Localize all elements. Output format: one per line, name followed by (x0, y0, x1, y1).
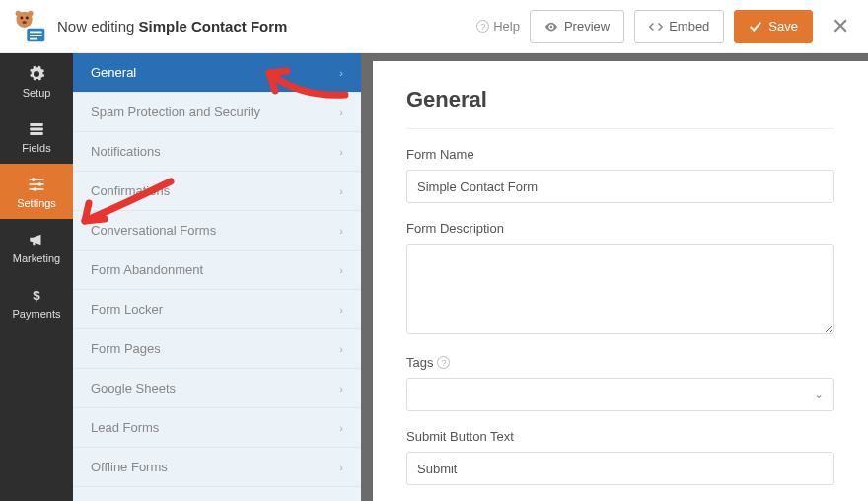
svg-point-10 (550, 25, 553, 28)
chevron-right-icon: › (339, 343, 343, 355)
svg-point-5 (28, 10, 33, 15)
form-description-input[interactable] (406, 244, 834, 334)
sub-notifications[interactable]: Notifications› (73, 132, 361, 172)
sub-lead-forms[interactable]: Lead Forms› (73, 408, 361, 448)
rail-payments[interactable]: $ Payments (0, 274, 73, 329)
left-rail: Setup Fields Settings Marketing $ Paymen… (0, 53, 73, 501)
svg-point-14 (32, 178, 36, 181)
rail-setup[interactable]: Setup (0, 53, 73, 108)
chevron-right-icon: › (339, 383, 343, 394)
check-icon (749, 20, 762, 34)
help-link[interactable]: ? Help (476, 19, 520, 34)
chevron-right-icon: › (339, 67, 343, 79)
chevron-right-icon: › (339, 462, 343, 473)
sub-offline[interactable]: Offline Forms› (73, 448, 361, 487)
sliders-icon (27, 175, 46, 194)
rail-marketing[interactable]: Marketing (0, 219, 73, 274)
help-icon[interactable]: ? (437, 356, 450, 369)
save-button[interactable]: Save (734, 10, 813, 43)
tags-label: Tags ? (406, 355, 834, 370)
submit-text-input[interactable] (406, 452, 834, 485)
embed-button[interactable]: Embed (634, 10, 724, 43)
svg-point-4 (16, 10, 21, 15)
chevron-right-icon: › (339, 225, 343, 237)
form-name-input[interactable] (406, 170, 834, 203)
rail-label: Marketing (13, 252, 60, 264)
chevron-down-icon: ⌄ (814, 388, 824, 401)
svg-rect-9 (30, 37, 37, 39)
svg-rect-12 (30, 127, 43, 130)
rail-label: Setup (23, 87, 51, 99)
svg-rect-11 (30, 123, 43, 126)
code-icon (649, 20, 663, 34)
sub-pages[interactable]: Form Pages› (73, 329, 361, 369)
rail-settings[interactable]: Settings (0, 164, 73, 219)
svg-rect-8 (30, 35, 42, 36)
svg-point-2 (26, 16, 29, 19)
tags-select[interactable]: ⌄ (406, 378, 834, 411)
sub-abandonment[interactable]: Form Abandonment› (73, 250, 361, 290)
eye-icon (544, 20, 558, 34)
svg-point-15 (38, 182, 42, 186)
rail-fields[interactable]: Fields (0, 108, 73, 164)
sub-locker[interactable]: Form Locker› (73, 290, 361, 329)
gear-icon (27, 64, 46, 84)
help-icon: ? (476, 20, 489, 33)
submit-text-label: Submit Button Text (406, 429, 834, 444)
chevron-right-icon: › (339, 304, 343, 316)
svg-rect-13 (30, 132, 43, 135)
page-title: Now editing Simple Contact Form (57, 18, 467, 35)
content-frame: General Form Name Form Description Tags … (365, 53, 868, 501)
rail-label: Payments (13, 308, 61, 320)
svg-point-16 (34, 187, 37, 191)
settings-subpanel: General› Spam Protection and Security› N… (73, 53, 365, 501)
dollar-icon: $ (27, 285, 46, 305)
close-icon[interactable]: ✕ (829, 14, 852, 39)
bullhorn-icon (27, 230, 46, 250)
svg-text:$: $ (33, 287, 40, 302)
list-icon (27, 119, 46, 139)
sub-general[interactable]: General› (73, 53, 361, 93)
svg-point-1 (20, 16, 23, 19)
preview-button[interactable]: Preview (530, 10, 624, 43)
sub-google-sheets[interactable]: Google Sheets› (73, 369, 361, 408)
form-name-label: Form Name (406, 147, 834, 162)
chevron-right-icon: › (339, 422, 343, 434)
settings-content: General Form Name Form Description Tags … (373, 61, 868, 501)
form-description-label: Form Description (406, 221, 834, 236)
chevron-right-icon: › (339, 107, 343, 118)
svg-rect-7 (30, 31, 42, 33)
chevron-right-icon: › (339, 264, 343, 276)
sub-spam[interactable]: Spam Protection and Security› (73, 93, 361, 132)
sub-confirmations[interactable]: Confirmations› (73, 172, 361, 211)
rail-label: Fields (22, 142, 50, 154)
sub-conversational[interactable]: Conversational Forms› (73, 211, 361, 250)
wpforms-logo (12, 9, 47, 44)
rail-label: Settings (17, 197, 56, 209)
chevron-right-icon: › (339, 185, 343, 197)
chevron-right-icon: › (339, 146, 343, 158)
settings-heading: General (406, 87, 834, 129)
svg-point-3 (22, 20, 27, 23)
